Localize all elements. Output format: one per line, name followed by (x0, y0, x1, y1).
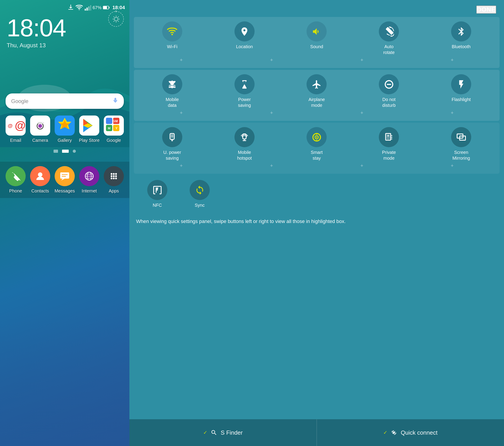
qs-sound[interactable]: Sound (300, 21, 333, 50)
qs-upowersaving[interactable]: U. powersaving (156, 127, 189, 161)
mobilehotspot-label: Mobilehotspot (237, 149, 252, 161)
autorotate-label: Autorotate (383, 44, 395, 55)
svg-point-55 (113, 175, 115, 177)
dock-apps[interactable]: Apps (103, 166, 125, 194)
qs-mobilehotspot[interactable]: Mobilehotspot (228, 127, 261, 161)
qs-screenmirroring[interactable]: ScreenMirroring (444, 127, 478, 161)
svg-point-1 (79, 9, 80, 10)
dock-internet[interactable]: Internet (79, 166, 100, 194)
qs-bluetooth[interactable]: Bluetooth (444, 21, 478, 50)
sound-label: Sound (310, 44, 323, 50)
qs-powersaving[interactable]: Powersaving (228, 74, 261, 108)
apps-label: Apps (109, 189, 119, 194)
app-camera[interactable]: Camera (30, 116, 51, 143)
dock-phone[interactable]: Phone (5, 166, 26, 194)
qs-airplanemode[interactable]: Airplanemode (300, 74, 333, 108)
smartstay-circle (306, 127, 327, 147)
qs-flashlight[interactable]: Flashlight (444, 74, 478, 102)
powersaving-circle (234, 74, 254, 94)
svg-rect-2 (85, 9, 86, 11)
plus-6: + (270, 110, 273, 116)
help-text: When viewing quick settings panel, swipe… (129, 213, 504, 229)
qs-location[interactable]: Location (228, 21, 261, 50)
wifi-label: Wi-Fi (167, 44, 178, 50)
email-app-icon: @ (6, 120, 15, 132)
plus-4: + (451, 57, 454, 63)
wifi-circle (162, 21, 182, 41)
search-icon (211, 429, 217, 436)
app-email[interactable]: @ Email (5, 116, 26, 143)
svg-point-57 (111, 177, 112, 179)
contacts-app-icon (35, 171, 46, 182)
plus-8: + (451, 110, 454, 116)
battery-icon (103, 4, 110, 11)
qs-smartstay[interactable]: Smartstay (300, 127, 333, 161)
email-icon: @ (6, 116, 26, 136)
privatemode-qs-icon (384, 132, 394, 142)
bottom-bar: ✓ S Finder ✓ Quick connect (129, 419, 504, 446)
donotdisturb-label: Do notdisturb (382, 97, 396, 108)
qs-row2: Mobiledata Powersaving Airplanemode (136, 74, 497, 108)
sync-qs-icon (195, 185, 205, 195)
smartstay-qs-icon (312, 132, 322, 142)
dock-messages[interactable]: Messages (54, 166, 75, 194)
qs-privatemode[interactable]: Privatemode (372, 127, 406, 161)
sfinder-button[interactable]: ✓ S Finder (129, 419, 317, 446)
qs-donotdisturb[interactable]: Do notdisturb (372, 74, 406, 108)
clock-time: 18:04 (7, 16, 123, 40)
qs-header: DONE (129, 0, 504, 17)
dock: Phone Contacts Messages (0, 162, 129, 198)
screenmirroring-circle (451, 127, 471, 147)
apps-icon (104, 166, 124, 186)
gallery-app-icon (55, 116, 75, 136)
search-bar[interactable]: Google (6, 93, 124, 109)
page-dot-2 (62, 150, 69, 153)
gallery-icon (55, 116, 75, 136)
location-label: Location (236, 44, 253, 50)
qs-autorotate[interactable]: Autorotate (372, 21, 406, 55)
app-playstore[interactable]: Play Store (79, 116, 100, 143)
done-button[interactable]: DONE (476, 6, 496, 14)
quickconnect-button[interactable]: ✓ Quick connect (317, 419, 504, 446)
upowersaving-label: U. powersaving (163, 149, 181, 161)
qs-sync[interactable]: Sync (183, 180, 216, 208)
qs-row3: U. powersaving Mobilehotspot (136, 127, 497, 161)
phone-app-icon (10, 171, 21, 182)
autorotate-circle (379, 21, 399, 41)
flashlight-circle (451, 74, 471, 94)
location-qs-icon (239, 27, 250, 36)
airplanemode-circle (306, 74, 327, 94)
smartstay-label: Smartstay (311, 149, 323, 161)
dock-contacts[interactable]: Contacts (30, 166, 51, 194)
upowersaving-qs-icon (167, 132, 177, 142)
internet-label: Internet (82, 189, 97, 194)
svg-text:Y: Y (115, 126, 118, 130)
mic-icon[interactable] (112, 97, 118, 105)
bluetooth-qs-icon (456, 27, 466, 36)
clock-date: Thu, August 13 (7, 42, 123, 49)
app-google[interactable]: G M M Y Google (103, 116, 125, 143)
svg-point-60 (172, 34, 173, 35)
battery-percent: 67% (93, 5, 102, 10)
quickconnect-label: Quick connect (401, 429, 437, 436)
qs-nfc[interactable]: NFC (141, 180, 174, 208)
svg-point-71 (316, 137, 318, 138)
qs-wifi[interactable]: Wi-Fi (156, 21, 189, 50)
home-screen: 67% 18:04 18 (0, 0, 129, 446)
qs-divider-row3: + + + + (136, 161, 497, 170)
plus-12: + (451, 163, 454, 169)
nfc-label: NFC (153, 202, 162, 208)
svg-point-24 (40, 126, 41, 126)
qs-row4-section: NFC Sync (134, 175, 500, 211)
qs-mobiledata[interactable]: Mobiledata (156, 74, 189, 108)
contacts-icon (30, 166, 50, 186)
plus-2: + (270, 57, 273, 63)
google-label: Google (107, 138, 121, 143)
status-time: 18:04 (112, 5, 125, 11)
nfc-circle (147, 180, 167, 200)
donotdisturb-circle (379, 74, 399, 94)
clock-area: 18:04 Thu, August 13 (0, 13, 129, 53)
qs-divider-row1: + + + + (136, 55, 497, 65)
svg-marker-42 (61, 179, 65, 180)
app-gallery[interactable]: Gallery (54, 116, 75, 143)
